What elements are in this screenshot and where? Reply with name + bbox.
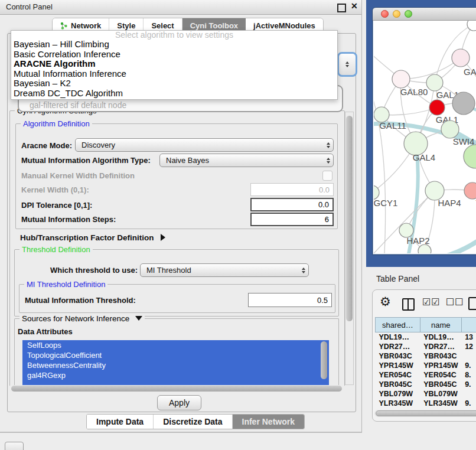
- aracne-mode-combobox[interactable]: Discovery: [75, 138, 334, 152]
- node-label: GAL: [464, 67, 476, 77]
- algorithm-option[interactable]: Mutual Information Inference: [11, 69, 337, 79]
- bottom-tabbar: Impute Data Discretize Data Infer Networ…: [86, 414, 305, 429]
- hub-definition-toggle[interactable]: Hub/Transcription Factor Definition: [20, 233, 165, 242]
- tab-label: Cyni Toolbox: [190, 21, 238, 30]
- kernel-width-input[interactable]: 0.0: [250, 183, 334, 196]
- gear-icon[interactable]: ⚙: [380, 295, 391, 308]
- float-window-icon[interactable]: [337, 4, 346, 12]
- mi-steps-input[interactable]: 6: [250, 213, 334, 226]
- network-view-window[interactable]: GALGAL80GAL10GAL1GAL11SWI4GAL4GCY1HAP4YH…: [372, 7, 476, 255]
- tab-impute-data[interactable]: Impute Data: [87, 415, 154, 429]
- apply-button[interactable]: Apply: [157, 395, 201, 410]
- attribute-list-item[interactable]: TopologicalCoefficient: [22, 350, 329, 360]
- mi-threshold-label: Mutual Information Threshold:: [25, 296, 136, 305]
- table-cell: 9.: [461, 399, 476, 408]
- stepper-icon: [299, 264, 308, 276]
- tab-label: jActiveMNodules: [253, 21, 315, 30]
- table-row[interactable]: YLR345WYLR345W9.: [376, 399, 476, 408]
- table-cell: YBL079W: [420, 389, 461, 399]
- algorithm-option[interactable]: Dream8 DC_TDC Algorithm: [11, 89, 337, 99]
- table-column-header[interactable]: [461, 318, 476, 332]
- algorithm-option[interactable]: Basic Correlation Inference: [11, 50, 337, 60]
- attribute-list-item[interactable]: gal4RGexp: [22, 370, 329, 380]
- horizontal-scrollbar-thumb[interactable]: [11, 386, 342, 392]
- network-canvas[interactable]: GALGAL80GAL10GAL1GAL11SWI4GAL4GCY1HAP4YH…: [374, 21, 476, 253]
- group-title: Threshold Definition: [19, 245, 93, 254]
- network-node-swi4[interactable]: [441, 120, 459, 138]
- table-cell: YER054C: [420, 370, 461, 380]
- network-window-titlebar[interactable]: [373, 8, 476, 21]
- zoom-traffic-light-icon[interactable]: [405, 10, 412, 18]
- group-title: MI Threshold Definition: [24, 280, 107, 289]
- table-row[interactable]: YBR045CYBR045C9.: [376, 380, 476, 389]
- table-cell: YBR045C: [420, 380, 461, 389]
- chevron-down-icon[interactable]: [135, 316, 142, 321]
- table-row[interactable]: YPR145WYPR145W9.: [376, 361, 476, 370]
- checked-boxes-icon[interactable]: ☑☑: [422, 296, 441, 308]
- table-row[interactable]: YDL19…YDL19…13: [376, 332, 476, 343]
- table-cell: 9.: [461, 361, 476, 370]
- close-traffic-light-icon[interactable]: [381, 10, 389, 18]
- control-panel-titlebar[interactable]: Control Panel ✕: [0, 0, 361, 15]
- list-scrollbar-thumb[interactable]: [321, 341, 327, 379]
- data-attributes-list[interactable]: SelfLoopsTopologicalCoefficientBetweenne…: [22, 340, 329, 385]
- table-panel-title: Table Panel: [376, 274, 419, 283]
- network-node-gal10[interactable]: [426, 74, 443, 91]
- table-cell: YBR043C: [376, 351, 420, 361]
- network-node[interactable]: [452, 92, 475, 115]
- attribute-list-item[interactable]: BetweennessCentrality: [22, 360, 329, 370]
- data-attributes-label: Data Attributes: [18, 327, 73, 336]
- table-column-header[interactable]: shared…: [376, 318, 420, 332]
- corner-button[interactable]: [5, 442, 24, 450]
- manual-kernel-checkbox[interactable]: [322, 171, 332, 181]
- horizontal-scrollbar[interactable]: [10, 385, 344, 393]
- tab-infer-network[interactable]: Infer Network: [233, 415, 304, 429]
- attribute-list-item[interactable]: SelfLoops: [22, 340, 329, 350]
- network-node-gal80[interactable]: [392, 70, 410, 88]
- node-attribute-table: shared…name YDL19…YDL19…13YDR27…YDR27…12…: [375, 317, 476, 418]
- network-icon: [60, 22, 68, 30]
- control-panel-window: Control Panel ✕ Network Style Select: [0, 0, 362, 433]
- algorithm-option[interactable]: Bayesian – K2: [11, 79, 337, 89]
- table-scrollbar-thumb[interactable]: [376, 410, 476, 416]
- table-row[interactable]: YER054CYER054C8.: [376, 370, 476, 380]
- table-cell: [461, 351, 476, 361]
- network-node-gal1[interactable]: [429, 100, 445, 115]
- table-row[interactable]: YBL079WYBL079W: [376, 389, 476, 399]
- algorithm-option[interactable]: Bayesian – Hill Climbing: [11, 40, 337, 50]
- network-node-y[interactable]: [464, 182, 476, 199]
- network-node-gal4[interactable]: [404, 132, 428, 155]
- manual-kernel-label: Manual Kernel Width Definition: [21, 171, 135, 180]
- table-row[interactable]: YDR27…YDR27…12: [376, 342, 476, 351]
- table-row[interactable]: YBR043CYBR043C: [376, 351, 476, 361]
- table-cell: YDR27…: [420, 342, 461, 351]
- algorithm-combobox-button[interactable]: [337, 52, 357, 77]
- split-column-icon[interactable]: [402, 298, 415, 311]
- table-column-header[interactable]: name: [420, 318, 461, 332]
- which-threshold-combobox[interactable]: MI Threshold: [140, 263, 309, 277]
- page-icon[interactable]: [468, 297, 476, 310]
- table-cell: YLR345W: [376, 399, 420, 408]
- vertical-scrollbar[interactable]: [345, 112, 354, 385]
- unchecked-boxes-icon[interactable]: ☐☐: [446, 296, 464, 308]
- tab-discretize-data[interactable]: Discretize Data: [154, 415, 232, 429]
- network-node[interactable]: [418, 244, 431, 253]
- network-node[interactable]: [464, 145, 476, 168]
- tab-label: Style: [117, 21, 135, 30]
- minimize-traffic-light-icon[interactable]: [393, 10, 400, 18]
- node-label: GAL4: [413, 152, 435, 162]
- mi-type-combobox[interactable]: Naive Bayes: [159, 154, 334, 167]
- tab-label: Select: [151, 21, 174, 30]
- table-cell: 8.: [461, 370, 476, 380]
- vertical-scrollbar-thumb[interactable]: [346, 116, 353, 321]
- kernel-width-label: Kernel Width (0,1):: [21, 185, 89, 194]
- network-node-gal[interactable]: [452, 49, 470, 67]
- table-horizontal-scrollbar[interactable]: [374, 410, 476, 417]
- mi-threshold-input[interactable]: 0.5: [248, 293, 332, 307]
- algorithm-option[interactable]: ARACNE Algorithm: [11, 59, 337, 69]
- combobox-value: Discovery: [76, 141, 324, 149]
- network-node[interactable]: [467, 21, 476, 31]
- close-icon[interactable]: ✕: [351, 2, 357, 8]
- node-label: GCY1: [374, 198, 397, 208]
- dpi-tolerance-input[interactable]: 0.0: [250, 198, 334, 211]
